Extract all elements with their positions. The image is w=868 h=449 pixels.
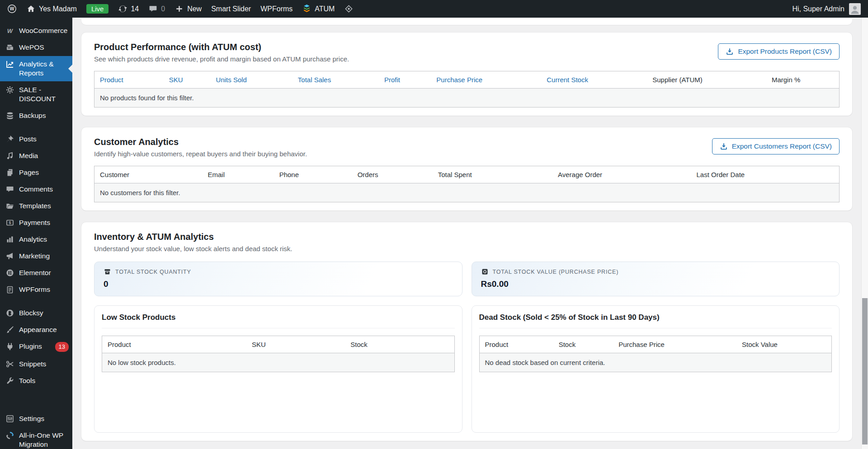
low-stock-card: Low Stock Products ProductSKUStock No lo… (94, 305, 462, 433)
migration-icon (5, 431, 14, 440)
sidebar-item-label: Analytics & Reports (19, 60, 69, 78)
avatar[interactable] (849, 3, 861, 15)
customer-analytics-table: CustomerEmailPhoneOrdersTotal SpentAvera… (94, 166, 840, 202)
sidebar-item-blocksy[interactable]: Blocksy (0, 305, 72, 321)
svg-text:W: W (7, 28, 14, 34)
sidebar-item-label: Media (19, 151, 69, 160)
new-label: New (187, 5, 202, 13)
sidebar-menu: WWooCommerceWePOSAnalytics & ReportsSALE… (0, 18, 72, 449)
site-name-link[interactable]: Yes Madam (26, 4, 77, 14)
new-content-link[interactable]: New (175, 4, 202, 14)
bar-chart-icon (5, 235, 14, 244)
smart-slider-link[interactable]: Smart Slider (211, 5, 251, 13)
column-header: Margin % (766, 71, 840, 89)
customer-analytics-subtitle: Identify high-value customers, repeat bu… (94, 150, 307, 159)
sidebar-item-posts[interactable]: Posts (0, 131, 72, 147)
woocommerce-icon: W (5, 26, 14, 35)
atum-link[interactable]: ATUM (302, 4, 335, 14)
previous-card-bottom-edge (81, 19, 852, 25)
account-greeting[interactable]: Hi, Super Admin (792, 5, 844, 13)
scissors-icon (5, 360, 14, 369)
payments-icon: $ (5, 218, 14, 227)
empty-message: No dead stock based on current criteria. (479, 353, 832, 372)
customer-analytics-title: Customer Analytics (94, 136, 307, 147)
sidebar-item-marketing[interactable]: Marketing (0, 248, 72, 264)
comments-link[interactable]: 0 (148, 4, 165, 14)
sidebar-item-plugins[interactable]: Plugins13 (0, 338, 72, 355)
admin-bar: W Yes Madam Live 14 0 New Smart Slider W… (0, 0, 868, 18)
column-header: Last Order Date (691, 166, 839, 183)
column-header: Supplier (ATUM) (647, 71, 766, 89)
column-header: Orders (352, 166, 433, 183)
elementor-icon (5, 268, 14, 277)
sidebar-item-payments[interactable]: $Payments (0, 215, 72, 231)
page-scrollbar (861, 18, 868, 449)
export-customers-button[interactable]: Export Customers Report (CSV) (712, 138, 840, 154)
table-header-row: CustomerEmailPhoneOrdersTotal SpentAvera… (94, 166, 840, 183)
export-customers-label: Export Customers Report (CSV) (732, 142, 832, 150)
sidebar-item-tools[interactable]: Tools (0, 373, 72, 389)
total-stock-value-stat: TOTAL STOCK VALUE (PURCHASE PRICE) Rs0.0… (472, 262, 840, 296)
wpforms-topbar-link[interactable]: WPForms (260, 5, 292, 13)
sidebar-item-label: Analytics (19, 235, 69, 244)
sidebar-item-settings[interactable]: Settings (0, 411, 72, 427)
sidebar-item-media[interactable]: Media (0, 148, 72, 164)
column-header[interactable]: Profit (379, 71, 431, 89)
sidebar-item-label: Blocksy (19, 309, 69, 318)
sidebar-item-wepos[interactable]: WePOS (0, 39, 72, 56)
brush-icon (5, 325, 14, 334)
sidebar-item-label: Payments (19, 218, 69, 227)
column-header[interactable]: Current Stock (541, 71, 647, 89)
sidebar-item-pages[interactable]: Pages (0, 164, 72, 181)
gear-icon (5, 85, 14, 94)
column-header[interactable]: Purchase Price (431, 71, 541, 89)
column-header: Email (202, 166, 274, 183)
updates-link[interactable]: 14 (118, 4, 139, 14)
column-header[interactable]: SKU (164, 71, 211, 89)
table-row: No products found for this filter. (94, 89, 840, 108)
sidebar-item-label: Pages (19, 168, 69, 177)
column-header[interactable]: Product (94, 71, 164, 89)
low-stock-title: Low Stock Products (102, 313, 455, 328)
sidebar-item-analytics-reports[interactable]: Analytics & Reports (0, 56, 72, 81)
wpforms-icon (5, 285, 14, 294)
download-icon (726, 47, 734, 56)
diamond-menu-item[interactable] (344, 4, 354, 14)
sidebar-item-backups[interactable]: Backups (0, 108, 72, 124)
live-environment-badge[interactable]: Live (86, 4, 109, 14)
sidebar-item-label: Tools (19, 376, 69, 385)
stock-box-icon (104, 268, 111, 276)
atum-label: ATUM (315, 5, 335, 13)
table-header-row: ProductSKUUnits SoldTotal SalesProfitPur… (94, 71, 840, 89)
sidebar-item-woocommerce[interactable]: WWooCommerce (0, 23, 72, 39)
blocksy-icon (5, 309, 14, 318)
column-header[interactable]: Total Sales (292, 71, 379, 89)
sidebar-item-wpforms[interactable]: WPForms (0, 281, 72, 298)
wordpress-logo-menu[interactable]: W (7, 4, 17, 14)
svg-text:W: W (10, 6, 14, 11)
sidebar-item-elementor[interactable]: Elementor (0, 265, 72, 281)
sidebar-item-all-in-one-wp-migration[interactable]: All-in-One WP Migration (0, 427, 72, 449)
export-products-button[interactable]: Export Products Report (CSV) (718, 43, 840, 60)
column-header: Customer (94, 166, 203, 183)
column-header: Stock (553, 336, 613, 353)
settings-icon (5, 414, 14, 423)
sidebar-item-comments[interactable]: Comments (0, 181, 72, 197)
pin-icon (5, 135, 14, 144)
column-header[interactable]: Units Sold (211, 71, 292, 89)
sidebar-item-snippets[interactable]: Snippets (0, 356, 72, 372)
stat-label: TOTAL STOCK QUANTITY (115, 269, 191, 275)
diamond-icon (344, 4, 354, 14)
comment-count: 0 (161, 5, 165, 13)
wepos-icon (5, 43, 14, 52)
sidebar-item-appearance[interactable]: Appearance (0, 322, 72, 338)
sidebar-item-templates[interactable]: Templates (0, 198, 72, 214)
main-content: Product Performance (with ATUM cost) See… (72, 18, 861, 449)
table-row: No dead stock based on current criteria. (479, 353, 832, 372)
scrollbar-thumb[interactable] (862, 298, 868, 445)
sidebar-item-sale-discount[interactable]: SALE - DISCOUNT (0, 82, 72, 107)
sidebar-item-analytics[interactable]: Analytics (0, 231, 72, 248)
column-header: SKU (246, 336, 345, 353)
svg-text:$: $ (9, 220, 11, 225)
sidebar-item-label: Appearance (19, 325, 69, 334)
